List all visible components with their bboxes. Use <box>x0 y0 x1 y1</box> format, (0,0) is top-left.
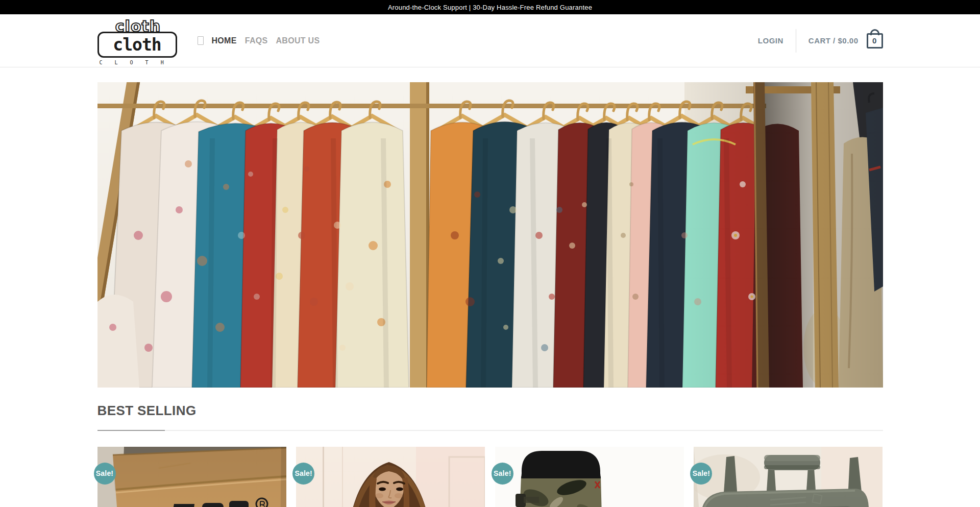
site-header: cloth cloth C L O T H HOME FAQS ABOUT US… <box>0 14 980 67</box>
product-card-1[interactable]: Sale! <box>97 447 286 507</box>
product-card-3[interactable]: Sale! <box>495 447 684 507</box>
cart-link[interactable]: CART / $0.00 0 <box>808 33 883 49</box>
account-area: LOGIN CART / $0.00 0 <box>758 29 883 53</box>
best-selling-grid: Sale! <box>97 447 883 507</box>
header-divider <box>796 29 796 53</box>
sale-badge: Sale! <box>690 463 712 485</box>
cart-label[interactable]: CART / $0.00 <box>808 36 859 45</box>
top-notice-bar: Around-the-Clock Support | 30-Day Hassle… <box>0 0 980 14</box>
nav-item-about-us[interactable]: ABOUT US <box>276 36 320 45</box>
nav-item-home[interactable]: HOME <box>212 36 237 45</box>
top-notice-text: Around-the-Clock Support | 30-Day Hassle… <box>388 4 592 11</box>
logo-outline-text: cloth <box>115 17 161 35</box>
product-card-2[interactable]: Sale! <box>296 447 485 507</box>
sale-badge: Sale! <box>292 463 314 485</box>
product-image-woman-portrait[interactable] <box>296 447 485 507</box>
product-image-camo-boot[interactable] <box>495 447 684 507</box>
sale-badge: Sale! <box>492 463 513 485</box>
best-selling-title: BEST SELLING <box>97 403 883 419</box>
login-link[interactable]: LOGIN <box>758 36 783 45</box>
site-logo[interactable]: cloth cloth C L O T H <box>97 21 179 65</box>
logo-box-text: cloth <box>113 35 161 55</box>
product-image-cardboard-box[interactable] <box>97 447 286 507</box>
section-title-underline <box>97 430 883 431</box>
cart-bag-icon[interactable]: 0 <box>867 33 883 49</box>
product-card-4[interactable]: Sale! <box>694 447 883 507</box>
sale-badge: Sale! <box>94 463 116 485</box>
cart-count: 0 <box>872 36 877 45</box>
home-icon[interactable] <box>198 36 204 45</box>
nav-item-faqs[interactable]: FAQS <box>245 36 268 45</box>
logo-spaced-letters: C L O T H <box>100 60 168 65</box>
kimono-rack-illustration <box>97 82 883 388</box>
product-image-gray-lid[interactable] <box>694 447 883 507</box>
main-nav: HOME FAQS ABOUT US <box>198 36 320 45</box>
hero-image <box>97 82 883 388</box>
logo-frame: cloth <box>97 32 177 58</box>
